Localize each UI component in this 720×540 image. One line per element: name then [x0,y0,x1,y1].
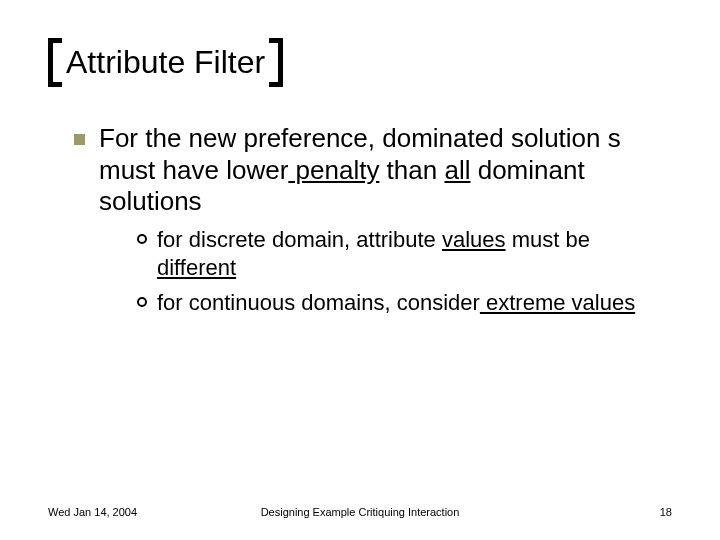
bullet-text: for discrete domain, attribute values mu… [157,226,672,281]
footer-date: Wed Jan 14, 2004 [48,506,137,518]
circle-bullet-icon [137,234,147,244]
slide-footer: Wed Jan 14, 2004 Designing Example Criti… [0,506,720,518]
footer-page-number: 18 [660,506,672,518]
title-area: Attribute Filter [48,38,283,87]
bullet-text: For the new preference, dominated soluti… [99,123,672,325]
circle-bullet-icon [137,297,147,307]
slide-title: Attribute Filter [66,44,265,81]
footer-title: Designing Example Critiquing Interaction [261,506,460,518]
slide-body: For the new preference, dominated soluti… [48,123,672,325]
underlined-text: penalty [288,155,379,185]
sub-bullets: for discrete domain, attribute values mu… [99,226,672,317]
text-fragment: than [379,155,444,185]
bullet-text: for continuous domains, consider extreme… [157,289,672,317]
text-fragment: must be [506,227,590,252]
bullet-level2: for discrete domain, attribute values mu… [137,226,672,281]
text-fragment: for continuous domains, consider [157,290,480,315]
square-bullet-icon [74,134,85,145]
underlined-text: extreme values [480,290,635,315]
bracket-left-icon [48,38,62,87]
slide: Attribute Filter For the new preference,… [0,0,720,540]
bracket-right-icon [269,38,283,87]
underlined-text: different [157,255,236,280]
bullet-level1: For the new preference, dominated soluti… [74,123,672,325]
underlined-text: all [444,155,470,185]
underlined-text: values [442,227,506,252]
text-fragment: for discrete domain, attribute [157,227,442,252]
bullet-level2: for continuous domains, consider extreme… [137,289,672,317]
